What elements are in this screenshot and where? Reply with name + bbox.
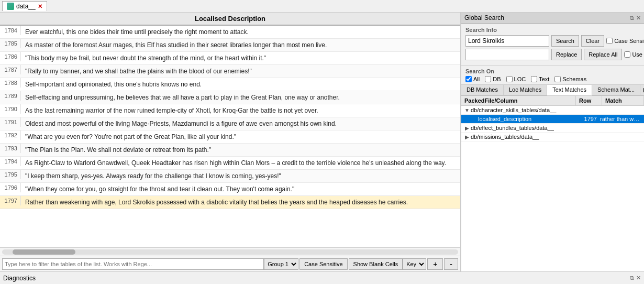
tree-label-localised-desc: localised_description [471,116,574,122]
tree-item-effect-bundles[interactable]: ▶db/effect_bundles_tables/data__ [461,124,644,133]
tree-item-localised-desc[interactable]: localised_description1797rather than wea… [461,115,644,124]
results-tree[interactable]: PackedFile/Column Row Match ▼db/characte… [461,95,644,271]
row-number: 1790 [0,104,21,114]
search-on-db-checkbox[interactable] [485,76,491,82]
row-number: 1795 [0,170,21,179]
table-row[interactable]: 1795"I keep them sharp, yes-yes. Always … [0,170,460,183]
results-tabs: DB MatchesLoc MatchesText MatchesSchema … [461,85,644,95]
tree-label-missions: db/missions_tables/data__ [471,134,574,140]
results-tab-schema-matches[interactable]: Schema Mat... [592,85,640,95]
right-panel: Global Search ⧉ ✕ Search Info Search Cle… [461,13,644,271]
search-on-section: Search On AllDBLOCTextSchemas [461,66,644,85]
show-blank-cells-button[interactable]: Show Blank Cells [349,258,403,270]
row-number: 1792 [0,130,21,140]
results-tab-arrow[interactable]: ▶ [640,85,644,95]
replace-all-button[interactable]: Replace All [584,49,622,60]
row-text: "I keep them sharp, yes-yes. Always read… [21,170,460,182]
panel-restore-icon[interactable]: ⧉ [630,15,634,21]
add-filter-button[interactable]: + [427,258,443,270]
case-sensitive-button[interactable]: Case Sensitive [299,258,347,270]
packed-file-col-header: PackedFile/Column [461,96,576,105]
row-number: 1794 [0,157,21,166]
table-row[interactable]: 1791Oldest and most powerful of the livi… [0,117,460,130]
table-row[interactable]: 1794As Right-Claw to Warlord Gnawdwell, … [0,157,460,170]
table-header: Localised Description [0,13,460,26]
table-row[interactable]: 1789Self-effacing and unpressuming, he b… [0,91,460,104]
row-text: As master of the foremost Asur mages, th… [21,39,460,51]
tree-row-localised-desc: 1797 [574,116,600,122]
results-tab-db-matches[interactable]: DB Matches [461,85,504,95]
row-number: 1796 [0,183,21,192]
row-number: 1785 [0,39,21,48]
title-tab-label: data__ [16,3,36,10]
search-on-db-label[interactable]: DB [485,76,501,82]
title-tab[interactable]: data__ ✕ [2,1,47,11]
key-select[interactable]: Key [403,258,426,270]
group-select[interactable]: Group 1 [264,258,298,270]
search-on-all-checkbox[interactable] [465,76,472,82]
use-regex-checkbox-label[interactable]: Use Regex [624,51,644,58]
clear-button[interactable]: Clear [581,35,604,47]
table-row[interactable]: 1785As master of the foremost Asur mages… [0,39,460,52]
scroll-x-bar[interactable] [0,247,460,256]
use-regex-checkbox[interactable] [624,51,630,58]
table-row[interactable]: 1793"The Plan is the Plan. We shall not … [0,144,460,157]
remove-filter-button[interactable]: - [444,258,458,270]
diagnostics-icons: ⧉ ✕ [630,275,641,281]
panel-title: Global Search [464,14,504,21]
row-text: Oldest and most powerful of the living M… [21,117,460,130]
row-text: As Right-Claw to Warlord Gnawdwell, Quee… [21,157,460,169]
row-number: 1797 [0,196,21,205]
main-area: Localised Description 1784Ever watchful,… [0,13,644,271]
tree-label-effect-bundles: db/effect_bundles_tables/data__ [471,125,574,131]
row-text: "What are you even for? You're not part … [21,130,460,143]
table-row[interactable]: 1797Rather than weakening with age, Lord… [0,196,460,209]
filter-bar: Group 1 Case Sensitive Show Blank Cells … [0,256,460,271]
row-number: 1789 [0,91,21,101]
scroll-track[interactable] [2,249,458,255]
search-on-schemas-checkbox[interactable] [554,76,561,82]
replace-row: Replace Replace All Use Regex [465,49,640,60]
panel-close-icon[interactable]: ✕ [636,15,641,21]
search-on-text-checkbox[interactable] [531,76,537,82]
search-info-section: Search Info Search Clear Case Sensitive … [461,24,644,66]
table-row[interactable]: 1788Self-important and opinionated, this… [0,78,460,91]
diagnostics-bar: Diagnostics ⧉ ✕ [0,271,644,284]
tree-toggle-effect-bundles[interactable]: ▶ [463,125,471,131]
search-input[interactable] [465,35,549,47]
search-button[interactable]: Search [551,35,579,47]
search-on-text-label[interactable]: Text [531,76,549,82]
search-on-label: Search On [465,68,640,74]
tree-item-char-skills[interactable]: ▼db/character_skills_tables/data__ [461,106,644,115]
replace-button[interactable]: Replace [551,49,582,60]
title-close-button[interactable]: ✕ [38,3,42,10]
search-info-label: Search Info [465,27,640,33]
panel-title-bar: Global Search ⧉ ✕ [461,13,644,24]
results-tab-loc-matches[interactable]: Loc Matches [504,85,547,95]
replace-input[interactable] [465,49,549,60]
diag-close-icon[interactable]: ✕ [636,275,641,281]
diag-restore-icon[interactable]: ⧉ [630,275,634,281]
search-on-schemas-label[interactable]: Schemas [554,76,586,82]
filter-input[interactable] [2,258,264,270]
search-on-loc-label[interactable]: LOC [506,76,526,82]
table-row[interactable]: 1792"What are you even for? You're not p… [0,130,460,144]
search-on-loc-checkbox[interactable] [506,76,513,82]
row-text: As the last remaining warrior of the now… [21,104,460,117]
table-row[interactable]: 1784Ever watchful, this one bides their … [0,26,460,39]
case-sensitive-checkbox-label[interactable]: Case Sensitive [606,38,644,44]
results-tab-text-matches[interactable]: Text Matches [547,85,592,95]
table-row[interactable]: 1796"When they come for you, go straight… [0,183,460,196]
tree-toggle-char-skills[interactable]: ▼ [463,107,471,113]
table-row[interactable]: 1787"Rally to my banner, and we shall ba… [0,65,460,78]
table-row[interactable]: 1786"This body may be frail, but never d… [0,52,460,65]
tree-item-missions[interactable]: ▶db/missions_tables/data__ [461,133,644,141]
table-row[interactable]: 1790As the last remaining warrior of the… [0,104,460,117]
search-on-all-label[interactable]: All [465,76,480,82]
table-body[interactable]: 1784Ever watchful, this one bides their … [0,26,460,247]
tree-toggle-missions[interactable]: ▶ [463,134,471,140]
case-sensitive-checkbox[interactable] [606,38,613,44]
scroll-thumb[interactable] [13,249,75,255]
row-text: "Rally to my banner, and we shall bathe … [21,65,460,78]
title-icon [7,3,14,10]
